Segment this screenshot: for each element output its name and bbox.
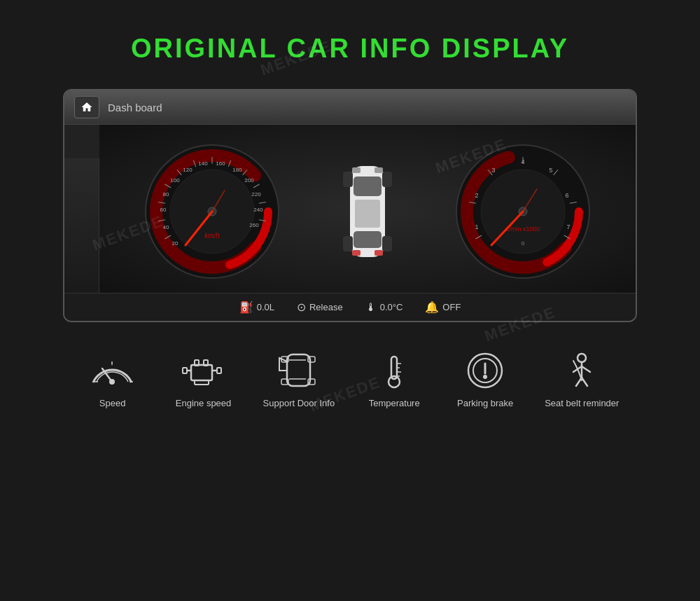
speed-icon-wrapper: [88, 349, 137, 391]
feature-parking-brake: Parking brake: [454, 349, 517, 410]
dash-header: Dash board: [64, 90, 636, 125]
svg-rect-44: [374, 250, 383, 256]
svg-text:km/h: km/h: [204, 232, 220, 240]
temperature-label: Temperature: [369, 398, 420, 410]
svg-rect-39: [343, 236, 353, 251]
svg-text:1: 1: [475, 223, 478, 230]
svg-rect-79: [217, 368, 221, 373]
feature-door: Support Door Info: [263, 349, 335, 410]
rpm-svg: 1 2 3 4 5 6 7 1/min x1000 0: [453, 141, 593, 282]
handbrake-value: Release: [309, 302, 343, 312]
svg-text:260: 260: [249, 222, 259, 228]
feature-seatbelt: Seat belt reminder: [545, 349, 619, 410]
svg-rect-36: [354, 231, 382, 248]
door-icon-wrapper: [274, 349, 323, 391]
svg-text:240: 240: [253, 207, 263, 213]
svg-text:220: 220: [251, 191, 261, 198]
fuel-status: ⛽ 0.0L: [239, 300, 274, 314]
speed-label: Speed: [99, 398, 126, 410]
svg-text:2: 2: [475, 192, 478, 199]
svg-text:140: 140: [198, 160, 208, 167]
svg-text:200: 200: [244, 177, 254, 184]
parking-brake-label: Parking brake: [457, 398, 513, 410]
dash-title: Dash board: [108, 102, 162, 113]
fuel-value: 0.0L: [257, 302, 274, 312]
svg-rect-83: [287, 354, 310, 386]
svg-rect-37: [343, 172, 353, 187]
page-title: ORIGINAL CAR INFO DISPLAY: [0, 0, 700, 64]
home-icon: [80, 101, 93, 113]
svg-rect-35: [355, 200, 380, 228]
svg-point-69: [110, 380, 114, 384]
svg-rect-42: [374, 167, 383, 173]
svg-text:7: 7: [566, 223, 570, 230]
svg-rect-38: [382, 172, 392, 187]
svg-rect-34: [354, 177, 382, 196]
svg-text:60: 60: [160, 207, 167, 213]
parking-brake-icon: [463, 351, 508, 389]
dash-sidebar: [64, 158, 99, 293]
svg-rect-77: [183, 368, 187, 373]
svg-rect-43: [352, 250, 360, 256]
features-row: Speed Engine speed: [0, 349, 700, 410]
engine-label: Engine speed: [176, 398, 232, 410]
svg-text:1/min x1000: 1/min x1000: [505, 226, 540, 233]
svg-text:3: 3: [491, 167, 495, 174]
parking-brake-icon-wrapper: [461, 349, 510, 391]
svg-rect-73: [191, 365, 212, 380]
temp-value: 0.0°C: [380, 302, 403, 312]
svg-line-103: [582, 366, 590, 372]
svg-rect-41: [352, 167, 360, 173]
engine-icon-wrapper: [179, 349, 228, 391]
car-svg: [340, 159, 396, 264]
rpm-gauge: 1 2 3 4 5 6 7 1/min x1000 0: [453, 141, 593, 282]
seatbelt-status: 🔔 OFF: [425, 300, 461, 314]
svg-text:100: 100: [170, 177, 180, 184]
svg-text:20: 20: [172, 240, 178, 247]
svg-text:120: 120: [183, 167, 192, 173]
speed-icon: [90, 351, 135, 389]
temp-status: 🌡 0.0°C: [365, 301, 403, 314]
feature-speed: Speed: [81, 349, 144, 410]
feature-temperature: Temperature: [363, 349, 426, 410]
temperature-icon: [372, 351, 417, 389]
svg-text:5: 5: [549, 167, 552, 174]
svg-text:0: 0: [522, 240, 525, 247]
svg-point-100: [578, 354, 586, 362]
svg-text:80: 80: [163, 191, 169, 198]
dash-main: 20 40 60 80 100 120 140 160 180 200 220 …: [64, 125, 636, 293]
svg-line-105: [582, 378, 587, 386]
temp-icon: 🌡: [365, 301, 377, 314]
seatbelt-label: Seat belt reminder: [545, 398, 619, 410]
speedometer: 20 40 60 80 100 120 140 160 180 200 220 …: [142, 141, 282, 282]
fuel-icon: ⛽: [239, 300, 253, 314]
seatbelt-reminder-icon-wrapper: [557, 349, 606, 391]
dash-body: 20 40 60 80 100 120 140 160 180 200 220 …: [99, 125, 636, 293]
svg-point-90: [388, 376, 400, 387]
svg-text:160: 160: [216, 160, 225, 167]
svg-rect-40: [382, 236, 392, 251]
door-icon: [276, 351, 321, 389]
engine-icon: [181, 351, 226, 389]
temperature-icon-wrapper: [370, 349, 419, 391]
svg-text:6: 6: [565, 192, 568, 199]
dash-status-bar: ⛽ 0.0L ⊙ Release 🌡 0.0°C 🔔 OFF: [64, 293, 636, 321]
seatbelt-reminder-icon: [559, 351, 605, 389]
svg-text:40: 40: [163, 224, 169, 230]
feature-engine: Engine speed: [172, 349, 235, 410]
svg-text:180: 180: [232, 167, 242, 173]
seatbelt-icon: 🔔: [425, 300, 439, 314]
svg-text:4: 4: [521, 158, 524, 165]
svg-point-99: [484, 375, 486, 378]
speedometer-svg: 20 40 60 80 100 120 140 160 180 200 220 …: [142, 141, 282, 282]
handbrake-status: ⊙ Release: [297, 300, 343, 314]
handbrake-icon: ⊙: [297, 300, 306, 314]
home-button[interactable]: [74, 96, 99, 118]
seatbelt-value: OFF: [442, 302, 461, 312]
dashboard-display: Dash board: [63, 89, 637, 322]
door-label: Support Door Info: [263, 398, 335, 410]
car-top-view: [326, 148, 410, 275]
